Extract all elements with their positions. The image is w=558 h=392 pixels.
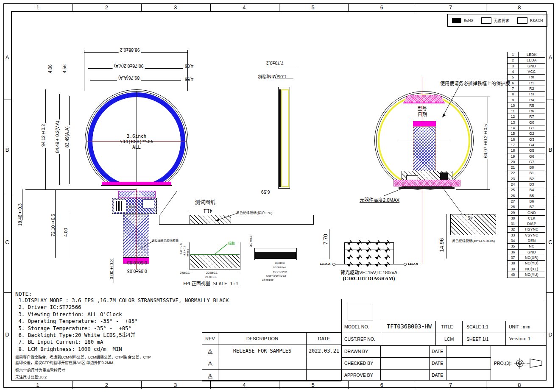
- circuit-wire: [335, 264, 344, 264]
- pin-number: 33: [508, 233, 519, 238]
- pin-number: 29: [508, 210, 519, 215]
- grid-col-label: 4: [210, 3, 279, 11]
- title-value: LCM: [444, 336, 454, 342]
- pin-number: 19: [508, 153, 519, 158]
- dimension-line: [329, 229, 329, 259]
- connector-pin: [116, 201, 117, 211]
- pin-number: 14: [508, 125, 519, 131]
- dim-side-bottom: 6.59: [261, 189, 270, 195]
- pin-number: 6: [508, 81, 519, 86]
- pin-name: B1: [519, 170, 545, 175]
- notes-title: NOTE:: [15, 291, 240, 297]
- grid-row-label: A: [547, 11, 554, 103]
- pin-name: B0: [519, 165, 545, 170]
- pin-number: 38: [508, 261, 519, 266]
- pin-number: 37: [508, 255, 519, 260]
- title-block-line: [429, 345, 430, 381]
- grid-col-label: 6: [347, 381, 416, 389]
- pin-name: GND: [519, 250, 545, 255]
- component-note-label: 元器件高度2.0MAX: [360, 196, 399, 203]
- dim-fpcb-h: 3.0±0.3: [249, 236, 252, 247]
- note-item: 3. Viewing Direction: ALL O'Clock: [15, 311, 240, 318]
- dim-width-va: 90.76±0.2(V.A): [113, 64, 145, 69]
- pin-name: LEDA: [519, 58, 545, 63]
- note-item: 2. Driver IC:ST72566: [15, 304, 240, 311]
- pin-row: 14 G1: [508, 125, 545, 131]
- dim-fpc-drop: 7.70: [322, 234, 329, 245]
- film-note-label: 使用使请务必撕掉铁框上的保护膜: [440, 80, 510, 86]
- led-icon: [375, 247, 382, 253]
- pin-row: 19 G6: [508, 153, 545, 159]
- grid-tick: [3, 196, 11, 196]
- pin-row: 35 NC: [508, 244, 545, 249]
- anode-terminal-icon: [332, 263, 335, 266]
- pin-name: NC: [519, 244, 545, 249]
- pin-row: 29 GND: [508, 210, 545, 215]
- dim-fpc-h1: 6.0±0.5: [179, 243, 182, 254]
- pin-row: 25 B4: [508, 187, 545, 193]
- revision-row: △1 RELEASE FOR SAMPLES 2022.03.21: [202, 345, 341, 357]
- led-icon: [385, 254, 391, 260]
- resolution-label: 544(RGB)*506: [115, 139, 158, 145]
- dim-width-outline: 98.88±0.2: [119, 47, 141, 53]
- back-tape-top-strip: [413, 121, 436, 126]
- led-icon: [375, 261, 382, 267]
- pin-row: 26 B5: [508, 193, 545, 199]
- title-block-line: [341, 333, 547, 333]
- pin-row: 27 B6: [508, 199, 545, 204]
- pin-row: 36 GND: [508, 250, 545, 255]
- title-block-line: [505, 321, 506, 345]
- pin-name: G4: [519, 142, 545, 147]
- dim-top-gap1: 4.06: [185, 64, 193, 69]
- pin-number: 40: [508, 272, 519, 278]
- connector-pin: [118, 201, 120, 211]
- description-cell: [218, 370, 307, 381]
- dim-fpc-outer: 21.6±0.1: [205, 275, 217, 278]
- grid-tick: [417, 381, 417, 389]
- pin-number: 36: [508, 250, 519, 255]
- circuit-bus: [344, 242, 345, 264]
- pin-name: R1: [519, 81, 545, 86]
- fpc-centerline-red: [136, 189, 137, 269]
- dim-fpcb-pitch: P=0.5±0.03: [273, 266, 286, 269]
- pin-row: 38 NC(YD): [508, 261, 545, 266]
- pin-name: VSYNC: [519, 233, 545, 238]
- pin-number: 13: [508, 120, 519, 125]
- dim-fpcb-width: 20.5±0.07: [262, 279, 273, 281]
- led-icon: [366, 261, 372, 267]
- dim-foam: 1.05(MIN)泡棉: [258, 74, 287, 80]
- front-bottom-seal: [102, 182, 171, 185]
- pin-row: 16 G3: [508, 137, 545, 142]
- fpc-detail-back-pads: [255, 252, 296, 259]
- pin-row: 31 DISP: [508, 221, 545, 227]
- title-block-line: [462, 321, 463, 345]
- grid-tick: [547, 100, 554, 100]
- pin-name: G7: [519, 159, 545, 164]
- dim-fpc-wline: W=0.3: [187, 249, 189, 257]
- sheet-value: SHEET 1/1: [466, 336, 488, 342]
- pin-row: 10 R5: [508, 103, 545, 108]
- title-block-line: [341, 357, 491, 358]
- grid-col-label: 2: [72, 3, 141, 11]
- pin-row: 4 VCC: [508, 69, 545, 75]
- back-tape-label: 黄色绝缘胶纸(45*14.9±0.05): [452, 238, 495, 243]
- pin-name: NC(XL): [519, 266, 545, 271]
- grid-row-label: C: [3, 196, 11, 288]
- grid-row-label: D: [3, 288, 11, 381]
- pin-name: CLK: [519, 216, 545, 221]
- revision-table: REV DESCRIPTION DATE △1 RELEASE FOR SAMP…: [202, 332, 342, 381]
- date-cell: 2022.03.21: [307, 345, 341, 357]
- grid-tick: [486, 381, 486, 389]
- cathode-label: LED-K: [408, 262, 418, 266]
- cust-ref-label: CUST.REF NO.: [344, 336, 375, 342]
- pin-row: 40 NC(YU): [508, 272, 545, 278]
- grid-col-label: 8: [485, 381, 554, 389]
- pin-row: 39 NC(XL): [508, 266, 545, 272]
- pin-row: 11 R6: [508, 108, 545, 114]
- emi-label: EMI: [128, 205, 135, 209]
- description-header: DESCRIPTION: [218, 333, 307, 345]
- pin-name: B5: [519, 193, 545, 198]
- pin-row: 5 R0: [508, 75, 545, 80]
- date-cell: [307, 370, 341, 381]
- revision-row: △2: [202, 357, 341, 370]
